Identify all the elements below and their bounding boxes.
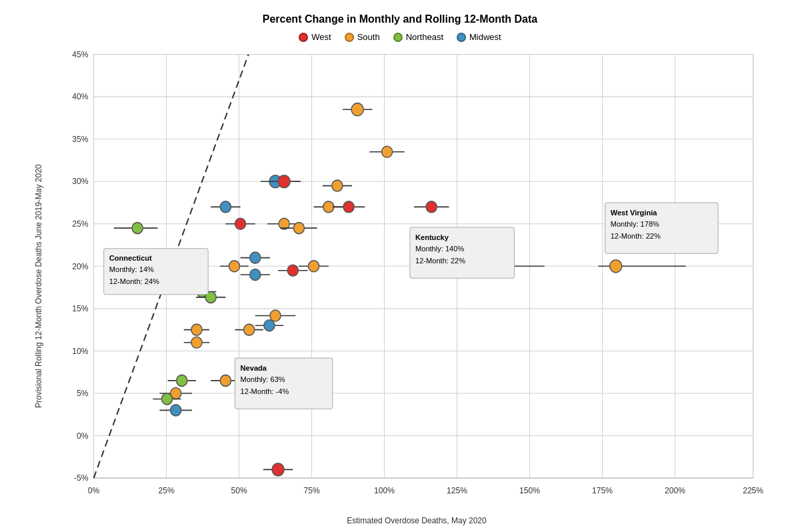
- svg-text:50%: 50%: [231, 486, 247, 495]
- west-dot: [299, 33, 308, 42]
- svg-point-94: [293, 223, 304, 234]
- svg-text:25%: 25%: [158, 486, 174, 495]
- svg-point-112: [610, 260, 622, 273]
- svg-text:125%: 125%: [447, 486, 467, 495]
- svg-point-60: [191, 324, 202, 335]
- svg-text:Connecticut: Connecticut: [109, 254, 152, 262]
- svg-point-66: [220, 201, 231, 213]
- svg-text:75%: 75%: [303, 486, 319, 495]
- svg-point-76: [250, 269, 261, 281]
- svg-point-98: [323, 201, 334, 213]
- legend-label-northeast: Northeast: [406, 32, 443, 42]
- chart-container: Percent Change in Monthly and Rolling 12…: [0, 0, 800, 532]
- svg-text:Nevada: Nevada: [241, 364, 267, 372]
- svg-point-96: [309, 261, 319, 272]
- svg-point-90: [278, 175, 290, 188]
- svg-text:150%: 150%: [519, 486, 540, 495]
- svg-point-104: [351, 103, 363, 116]
- svg-point-100: [332, 180, 343, 191]
- svg-text:40%: 40%: [72, 92, 88, 101]
- legend-item-south: South: [345, 32, 380, 42]
- svg-text:45%: 45%: [72, 50, 88, 59]
- legend: West South Northeast Midwest: [20, 32, 780, 42]
- south-dot: [345, 33, 354, 42]
- svg-point-46: [132, 223, 143, 234]
- svg-text:West Virginia: West Virginia: [611, 209, 657, 217]
- plot-area: Provisional Rolling 12-Month Overdose De…: [20, 47, 780, 525]
- svg-point-54: [171, 405, 181, 416]
- scatter-plot: 0% 25% 50% 75% 100% 125% 150% 175% 200% …: [53, 47, 780, 513]
- svg-point-84: [270, 310, 281, 321]
- svg-text:Monthly: 14%: Monthly: 14%: [109, 265, 154, 273]
- svg-text:20%: 20%: [72, 261, 88, 271]
- chart-title: Percent Change in Monthly and Rolling 12…: [20, 13, 780, 25]
- legend-item-west: West: [299, 32, 331, 42]
- kentucky-tooltip: Kentucky Monthly: 140% 12-Month: 22%: [410, 227, 514, 278]
- svg-area: 0% 25% 50% 75% 100% 125% 150% 175% 200% …: [53, 47, 780, 513]
- svg-text:225%: 225%: [743, 486, 763, 495]
- svg-text:-5%: -5%: [74, 473, 89, 483]
- svg-text:Monthly: 178%: Monthly: 178%: [611, 220, 659, 228]
- svg-text:30%: 30%: [72, 177, 88, 186]
- svg-point-52: [161, 393, 172, 405]
- nevada-tooltip: Nevada Monthly: 63% 12-Month: -4%: [235, 358, 333, 409]
- connecticut-tooltip: Connecticut Monthly: 14% 12-Month: 24%: [104, 249, 208, 295]
- midwest-dot: [457, 33, 466, 42]
- svg-point-102: [343, 201, 354, 213]
- legend-label-midwest: Midwest: [469, 32, 501, 42]
- svg-text:12-Month: 24%: 12-Month: 24%: [109, 277, 159, 285]
- legend-item-midwest: Midwest: [457, 32, 501, 42]
- svg-text:5%: 5%: [77, 389, 89, 398]
- wv-tooltip: West Virginia Monthly: 178% 12-Month: 22…: [605, 203, 719, 253]
- x-axis-label: Estimated Overdose Deaths, May 2020: [53, 516, 780, 525]
- svg-point-70: [229, 261, 239, 272]
- y-axis-label: Provisional Rolling 12-Month Overdose De…: [20, 47, 53, 525]
- svg-text:0%: 0%: [77, 431, 89, 440]
- svg-text:100%: 100%: [374, 486, 395, 495]
- svg-text:12-Month: -4%: 12-Month: -4%: [241, 387, 289, 395]
- svg-text:Kentucky: Kentucky: [415, 233, 449, 241]
- svg-point-92: [287, 265, 298, 276]
- legend-label-south: South: [357, 32, 380, 42]
- svg-text:175%: 175%: [592, 486, 613, 495]
- svg-point-74: [244, 324, 255, 335]
- svg-point-82: [264, 320, 275, 331]
- svg-text:25%: 25%: [72, 219, 88, 229]
- svg-point-108: [426, 201, 437, 213]
- legend-label-west: West: [311, 32, 331, 42]
- svg-text:200%: 200%: [665, 486, 685, 495]
- svg-text:35%: 35%: [72, 135, 88, 144]
- svg-point-68: [220, 375, 231, 386]
- svg-point-106: [382, 146, 393, 157]
- svg-text:12-Month: 22%: 12-Month: 22%: [415, 257, 465, 265]
- svg-point-56: [177, 375, 187, 386]
- chart-inner: 0% 25% 50% 75% 100% 125% 150% 175% 200% …: [53, 47, 780, 525]
- svg-text:10%: 10%: [72, 346, 88, 355]
- svg-text:15%: 15%: [72, 304, 88, 313]
- svg-point-78: [250, 252, 261, 263]
- svg-point-72: [235, 218, 246, 229]
- svg-text:Monthly: 140%: Monthly: 140%: [415, 245, 464, 253]
- svg-text:0%: 0%: [88, 486, 100, 495]
- legend-item-northeast: Northeast: [393, 32, 443, 42]
- svg-text:Monthly: 63%: Monthly: 63%: [241, 375, 285, 383]
- svg-point-86: [272, 463, 284, 476]
- svg-text:12-Month: 22%: 12-Month: 22%: [611, 232, 661, 240]
- svg-point-58: [191, 337, 202, 348]
- northeast-dot: [393, 33, 403, 42]
